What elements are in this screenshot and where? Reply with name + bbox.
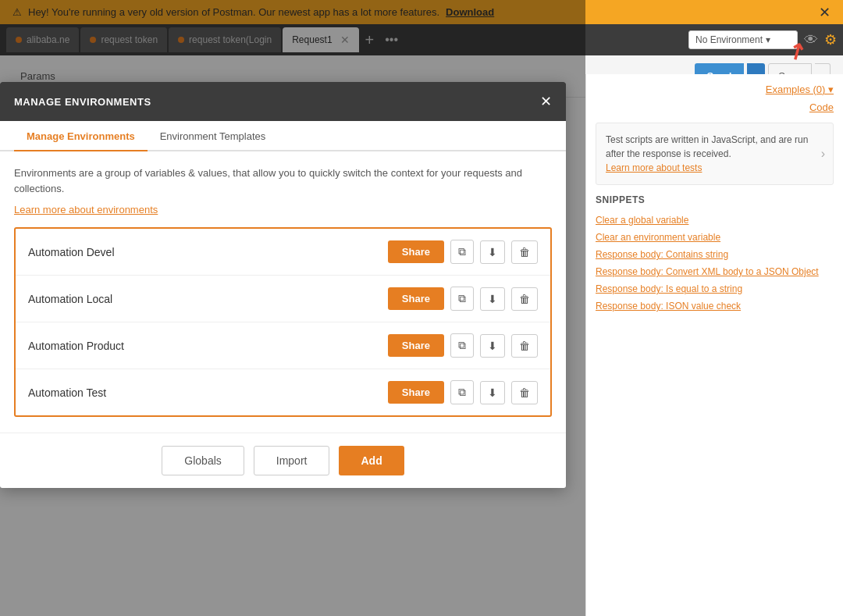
delete-button-product[interactable]: 🗑 (511, 334, 538, 358)
test-scripts-box: Test scripts are written in JavaScript, … (596, 123, 834, 185)
copy-button-product[interactable]: ⧉ (450, 333, 474, 358)
test-scripts-text: Test scripts are written in JavaScript, … (606, 133, 823, 161)
snippet-clear-global[interactable]: Clear a global variable (596, 212, 834, 229)
modal-description: Environments are a group of variables & … (14, 166, 552, 196)
modal-title: MANAGE ENVIRONMENTS (14, 96, 151, 108)
download-button-test[interactable]: ⬇ (480, 381, 505, 404)
environment-list: Automation Devel Share ⧉ ⬇ 🗑 Automation … (14, 227, 552, 417)
share-button-local[interactable]: Share (388, 287, 444, 310)
gear-icon[interactable]: ⚙ (824, 31, 837, 48)
snippet-body-equal[interactable]: Response body: Is equal to a string (596, 280, 834, 297)
import-button[interactable]: Import (254, 446, 330, 475)
watermark: @51CTG语签https://blog.csdn.net/kal_iao (729, 587, 835, 608)
warning-close-icon[interactable]: ✕ (819, 4, 831, 21)
learn-more-link[interactable]: Learn more about environments (14, 204, 158, 215)
tab-manage-environments[interactable]: Manage Environments (14, 121, 148, 151)
env-label: No Environment (695, 34, 763, 45)
share-button-test[interactable]: Share (388, 381, 444, 404)
env-selector: No Environment ▾ 👁 ⚙ (688, 30, 837, 49)
env-row-test: Automation Test Share ⧉ ⬇ 🗑 (16, 369, 550, 415)
env-name-local[interactable]: Automation Local (28, 293, 388, 305)
env-name-product[interactable]: Automation Product (28, 340, 388, 352)
snippet-clear-env[interactable]: Clear an environment variable (596, 229, 834, 246)
modal-header: MANAGE ENVIRONMENTS ✕ (0, 82, 566, 121)
snippet-body-ison[interactable]: Response body: ISON value check (596, 297, 834, 315)
delete-button-test[interactable]: 🗑 (511, 381, 538, 404)
tab-environment-templates-label: Environment Templates (160, 130, 266, 142)
manage-environments-modal: MANAGE ENVIRONMENTS ✕ Manage Environment… (0, 82, 566, 488)
copy-button-local[interactable]: ⧉ (450, 287, 474, 311)
env-name-test[interactable]: Automation Test (28, 386, 388, 399)
eye-icon[interactable]: 👁 (804, 32, 818, 48)
learn-more-tests-link[interactable]: Learn more about tests (606, 162, 702, 173)
modal-body: Environments are a group of variables & … (0, 151, 566, 417)
env-chevron: ▾ (766, 34, 770, 45)
download-button-devel[interactable]: ⬇ (480, 240, 505, 264)
env-actions-product: Share ⧉ ⬇ 🗑 (388, 333, 538, 358)
examples-link[interactable]: Examples (0) ▾ (596, 84, 834, 95)
snippet-body-xml[interactable]: Response body: Convert XML body to a JSO… (596, 263, 834, 280)
delete-button-devel[interactable]: 🗑 (511, 240, 538, 264)
download-button-product[interactable]: ⬇ (480, 334, 505, 358)
env-row-devel: Automation Devel Share ⧉ ⬇ 🗑 (16, 229, 550, 276)
modal-tab-bar: Manage Environments Environment Template… (0, 121, 566, 151)
env-actions-local: Share ⧉ ⬇ 🗑 (388, 287, 538, 311)
env-dropdown[interactable]: No Environment ▾ (688, 30, 798, 49)
postman-background: ⚠ Hey! You're running a very old version… (0, 0, 843, 616)
env-row-product: Automation Product Share ⧉ ⬇ 🗑 (16, 322, 550, 369)
globals-button[interactable]: Globals (162, 446, 244, 475)
code-link[interactable]: Code (596, 101, 834, 113)
add-button[interactable]: Add (339, 446, 404, 475)
right-panel: Examples (0) ▾ Code Test scripts are wri… (585, 74, 843, 616)
snippets-title: SNIPPETS (596, 194, 834, 205)
env-name-devel[interactable]: Automation Devel (28, 246, 388, 258)
env-row-local: Automation Local Share ⧉ ⬇ 🗑 (16, 276, 550, 322)
share-button-devel[interactable]: Share (388, 240, 444, 263)
env-actions-test: Share ⧉ ⬇ 🗑 (388, 380, 538, 404)
snippet-body-contains[interactable]: Response body: Contains string (596, 246, 834, 263)
share-button-product[interactable]: Share (388, 334, 444, 357)
download-button-local[interactable]: ⬇ (480, 287, 505, 311)
tab-manage-environments-label: Manage Environments (27, 130, 135, 142)
copy-button-devel[interactable]: ⧉ (450, 240, 474, 264)
copy-button-test[interactable]: ⧉ (450, 380, 474, 404)
modal-close-button[interactable]: ✕ (540, 93, 552, 110)
modal-footer: Globals Import Add (0, 433, 566, 488)
tab-environment-templates[interactable]: Environment Templates (148, 121, 279, 151)
arrow-right-icon: › (821, 144, 825, 163)
env-actions-devel: Share ⧉ ⬇ 🗑 (388, 240, 538, 264)
delete-button-local[interactable]: 🗑 (511, 287, 538, 311)
